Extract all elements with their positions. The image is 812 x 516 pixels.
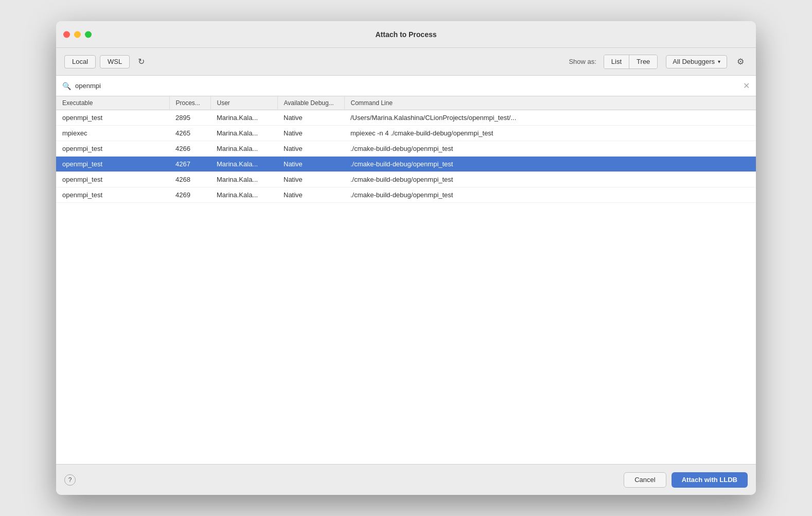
- wsl-button[interactable]: WSL: [100, 55, 130, 68]
- table-row[interactable]: openmpi_test4267Marina.Kala...Native./cm…: [56, 157, 756, 172]
- help-button[interactable]: ?: [64, 474, 76, 486]
- local-button[interactable]: Local: [64, 55, 96, 68]
- cell-executable-1: mpiexec: [56, 126, 169, 141]
- cell-process-0: 2895: [169, 110, 210, 126]
- table-row[interactable]: openmpi_test4268Marina.Kala...Native./cm…: [56, 172, 756, 187]
- titlebar: Attach to Process: [56, 21, 756, 48]
- process-table: Executable Proces... User Available Debu…: [56, 96, 756, 203]
- cell-cmdline-3: ./cmake-build-debug/openmpi_test: [344, 157, 756, 172]
- debuggers-label: All Debuggers: [673, 58, 715, 65]
- process-table-container: Executable Proces... User Available Debu…: [56, 96, 756, 464]
- cell-user-0: Marina.Kala...: [210, 110, 277, 126]
- col-header-user[interactable]: User: [210, 96, 277, 110]
- search-input[interactable]: [75, 82, 739, 90]
- cell-debug-4: Native: [277, 172, 344, 187]
- refresh-button[interactable]: ↻: [134, 55, 148, 69]
- minimize-button[interactable]: [74, 31, 81, 38]
- table-row[interactable]: mpiexec4265Marina.Kala...Nativempiexec -…: [56, 126, 756, 141]
- gear-icon: ⚙: [737, 57, 744, 66]
- footer-actions: Cancel Attach with LLDB: [624, 472, 748, 488]
- table-row[interactable]: openmpi_test4269Marina.Kala...Native./cm…: [56, 187, 756, 203]
- cell-executable-5: openmpi_test: [56, 187, 169, 203]
- cell-cmdline-2: ./cmake-build-debug/openmpi_test: [344, 141, 756, 157]
- cell-process-4: 4268: [169, 172, 210, 187]
- table-row[interactable]: openmpi_test2895Marina.Kala...Native/Use…: [56, 110, 756, 126]
- cell-cmdline-1: mpiexec -n 4 ./cmake-build-debug/openmpi…: [344, 126, 756, 141]
- maximize-button[interactable]: [85, 31, 92, 38]
- cell-cmdline-5: ./cmake-build-debug/openmpi_test: [344, 187, 756, 203]
- cell-debug-1: Native: [277, 126, 344, 141]
- traffic-lights: [63, 31, 92, 38]
- search-clear-button[interactable]: ✕: [743, 82, 750, 90]
- table-header-row: Executable Proces... User Available Debu…: [56, 96, 756, 110]
- chevron-down-icon: ▾: [718, 59, 720, 64]
- refresh-icon: ↻: [138, 57, 145, 66]
- debuggers-dropdown[interactable]: All Debuggers ▾: [666, 55, 727, 68]
- footer: ? Cancel Attach with LLDB: [56, 464, 756, 495]
- show-as-label: Show as:: [569, 58, 596, 65]
- cell-executable-2: openmpi_test: [56, 141, 169, 157]
- col-header-debug[interactable]: Available Debug...: [277, 96, 344, 110]
- cell-user-2: Marina.Kala...: [210, 141, 277, 157]
- help-icon: ?: [68, 476, 72, 484]
- search-icon: 🔍: [62, 82, 71, 90]
- cell-process-2: 4266: [169, 141, 210, 157]
- cell-debug-3: Native: [277, 157, 344, 172]
- cell-cmdline-4: ./cmake-build-debug/openmpi_test: [344, 172, 756, 187]
- search-bar: 🔍 ✕: [56, 76, 756, 96]
- cell-user-4: Marina.Kala...: [210, 172, 277, 187]
- settings-button[interactable]: ⚙: [733, 55, 748, 69]
- cancel-button[interactable]: Cancel: [624, 472, 666, 488]
- cell-user-3: Marina.Kala...: [210, 157, 277, 172]
- cell-user-5: Marina.Kala...: [210, 187, 277, 203]
- close-button[interactable]: [63, 31, 70, 38]
- cell-user-1: Marina.Kala...: [210, 126, 277, 141]
- cell-process-5: 4269: [169, 187, 210, 203]
- toolbar: Local WSL ↻ Show as: List Tree All Debug…: [56, 48, 756, 76]
- dialog-window: Attach to Process Local WSL ↻ Show as: L…: [56, 21, 756, 495]
- cell-process-3: 4267: [169, 157, 210, 172]
- cell-debug-5: Native: [277, 187, 344, 203]
- attach-button[interactable]: Attach with LLDB: [672, 472, 748, 488]
- tree-view-button[interactable]: Tree: [629, 55, 657, 68]
- cell-executable-3: openmpi_test: [56, 157, 169, 172]
- cell-executable-4: openmpi_test: [56, 172, 169, 187]
- cell-process-1: 4265: [169, 126, 210, 141]
- col-header-process[interactable]: Proces...: [169, 96, 210, 110]
- cell-executable-0: openmpi_test: [56, 110, 169, 126]
- cell-cmdline-0: /Users/Marina.Kalashina/CLionProjects/op…: [344, 110, 756, 126]
- process-table-body: openmpi_test2895Marina.Kala...Native/Use…: [56, 110, 756, 203]
- view-mode-toggle: List Tree: [604, 55, 658, 69]
- table-row[interactable]: openmpi_test4266Marina.Kala...Native./cm…: [56, 141, 756, 157]
- col-header-executable[interactable]: Executable: [56, 96, 169, 110]
- cell-debug-0: Native: [277, 110, 344, 126]
- col-header-cmdline[interactable]: Command Line: [344, 96, 756, 110]
- window-title: Attach to Process: [375, 30, 436, 39]
- cell-debug-2: Native: [277, 141, 344, 157]
- list-view-button[interactable]: List: [604, 55, 629, 68]
